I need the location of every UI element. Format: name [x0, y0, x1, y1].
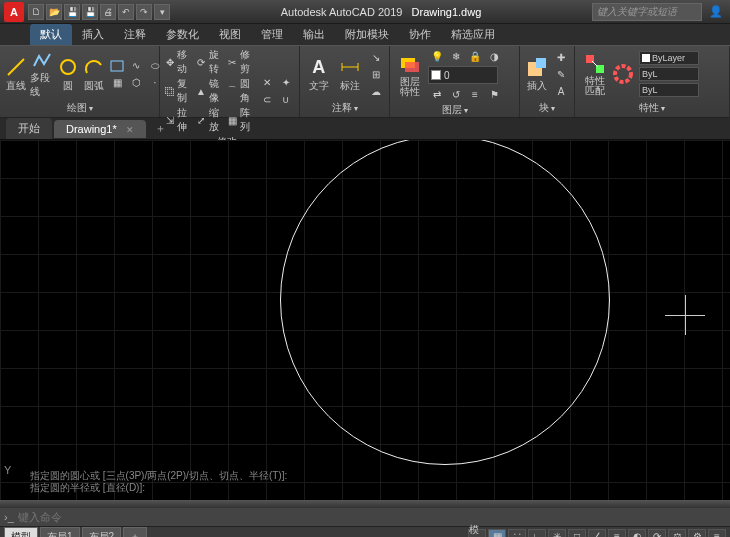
move-button[interactable]: ✥移动	[164, 48, 193, 76]
lweight-combo[interactable]: ByL	[639, 67, 699, 81]
colorwheel-icon[interactable]	[613, 64, 637, 84]
save-icon[interactable]: 💾	[64, 4, 80, 20]
ribbon-tab-view[interactable]: 视图	[209, 24, 251, 45]
dim-button[interactable]: 标注	[336, 49, 366, 99]
layer-iso-icon[interactable]: ◑	[485, 48, 503, 64]
layout-tab-add[interactable]: ＋	[123, 527, 147, 538]
saveas-icon[interactable]: 💾	[82, 4, 98, 20]
ribbon-tab-parametric[interactable]: 参数化	[156, 24, 209, 45]
text-button[interactable]: A 文字	[304, 49, 334, 99]
leader-icon[interactable]: ↘	[367, 49, 385, 65]
cycling-toggle-icon[interactable]: ⟳	[648, 529, 666, 538]
trim-button[interactable]: ✂修剪	[227, 48, 256, 76]
layer-freeze-icon[interactable]: ❄	[447, 48, 465, 64]
line-button[interactable]: 直线	[4, 49, 28, 99]
layer-prev-icon[interactable]: ↺	[447, 86, 465, 102]
command-line[interactable]: ›_	[0, 508, 730, 526]
app-logo[interactable]: A	[4, 2, 24, 22]
insert-block-button[interactable]: 插入	[524, 49, 550, 99]
hatch-icon[interactable]: ▦	[108, 75, 126, 91]
layer-state-icon[interactable]: ⚑	[485, 86, 503, 102]
polar-toggle-icon[interactable]: ✳	[548, 529, 566, 538]
snap-toggle-icon[interactable]: ⸬	[508, 529, 526, 538]
polyline-button[interactable]: 多段线	[30, 49, 54, 99]
workspace-toggle-icon[interactable]: ⚙	[688, 529, 706, 538]
command-input[interactable]	[18, 511, 726, 523]
open-icon[interactable]: 📂	[46, 4, 62, 20]
fillet-button[interactable]: ⌒圆角	[227, 77, 256, 105]
rotate-button[interactable]: ⟳旋转	[195, 48, 224, 76]
scale-button[interactable]: ⤢缩放	[195, 106, 224, 134]
arc-button[interactable]: 圆弧	[82, 49, 106, 99]
layer-lock-icon[interactable]: 🔒	[466, 48, 484, 64]
text-icon: A	[307, 55, 331, 79]
rect-icon[interactable]	[108, 58, 126, 74]
table-icon[interactable]: ⊞	[367, 66, 385, 82]
polygon-icon[interactable]: ⬡	[127, 75, 145, 91]
layout-tab-model[interactable]: 模型	[4, 527, 38, 538]
panel-draw-title[interactable]: 绘图	[4, 100, 155, 115]
layerprops-button[interactable]: 图层 特性	[394, 50, 426, 100]
qat-more-icon[interactable]: ▾	[154, 4, 170, 20]
lweight-combo-value: ByL	[642, 69, 658, 79]
layer-combo[interactable]: 0	[428, 66, 498, 84]
ribbon-tab-addins[interactable]: 附加模块	[335, 24, 399, 45]
spline-icon[interactable]: ∿	[127, 58, 145, 74]
block-attr-icon[interactable]: A	[552, 83, 570, 99]
doc-tab-start[interactable]: 开始	[6, 118, 52, 139]
horizontal-scrollbar[interactable]	[0, 500, 730, 508]
ltype-combo[interactable]: ByL	[639, 83, 699, 97]
grid-toggle-icon[interactable]: ▦	[488, 529, 506, 538]
hint-line-2: 指定圆的半径或 [直径(D)]:	[30, 482, 287, 494]
ribbon-tab-manage[interactable]: 管理	[251, 24, 293, 45]
redo-icon[interactable]: ↷	[136, 4, 152, 20]
ribbon-tab-default[interactable]: 默认	[30, 24, 72, 45]
layer-off-icon[interactable]: 💡	[428, 48, 446, 64]
drawn-circle[interactable]	[280, 140, 610, 465]
layer-walk-icon[interactable]: ≡	[466, 86, 484, 102]
drawing-canvas[interactable]: Y 指定圆的圆心或 [三点(3P)/两点(2P)/切点、切点、半径(T)]: 指…	[0, 140, 730, 500]
block-edit-icon[interactable]: ✎	[552, 66, 570, 82]
modelspace-toggle[interactable]: 模型	[468, 529, 486, 538]
ortho-toggle-icon[interactable]: ∟	[528, 529, 546, 538]
panel-annotate-title[interactable]: 注释	[304, 100, 385, 115]
ribbon-tab-annotate[interactable]: 注释	[114, 24, 156, 45]
svg-line-0	[8, 59, 24, 75]
explode-icon[interactable]: ✦	[277, 75, 295, 91]
new-icon[interactable]: 🗋	[28, 4, 44, 20]
plot-icon[interactable]: 🖨	[100, 4, 116, 20]
layout-tab-layout1[interactable]: 布局1	[40, 527, 80, 538]
close-icon[interactable]: ✕	[126, 125, 134, 135]
ribbon-tab-collab[interactable]: 协作	[399, 24, 441, 45]
matchprops-button[interactable]: 特性 匹配	[579, 49, 611, 99]
undo-icon[interactable]: ↶	[118, 4, 134, 20]
color-combo[interactable]: ByLayer	[639, 51, 699, 65]
customize-status-icon[interactable]: ≡	[708, 529, 726, 538]
panel-layer-title[interactable]: 图层	[394, 102, 515, 117]
osnap-toggle-icon[interactable]: □	[568, 529, 586, 538]
offset-icon[interactable]: ⊂	[258, 92, 276, 108]
ribbon-tab-featured[interactable]: 精选应用	[441, 24, 505, 45]
transparency-toggle-icon[interactable]: ◐	[628, 529, 646, 538]
otrack-toggle-icon[interactable]: ∠	[588, 529, 606, 538]
erase-icon[interactable]: ✕	[258, 75, 276, 91]
block-create-icon[interactable]: ✚	[552, 49, 570, 65]
layer-match-icon[interactable]: ⇄	[428, 86, 446, 102]
lweight-toggle-icon[interactable]: ≡	[608, 529, 626, 538]
document-tab-bar: 开始 Drawing1* ✕ ＋	[0, 118, 730, 140]
layout-tab-layout2[interactable]: 布局2	[82, 527, 122, 538]
copy-button[interactable]: ⿻复制	[164, 77, 193, 105]
panel-block-title[interactable]: 块	[524, 100, 570, 115]
cloud-icon[interactable]: ☁	[367, 83, 385, 99]
array-button[interactable]: ▦阵列	[227, 106, 256, 134]
annoscale-toggle-icon[interactable]: ⚖	[668, 529, 686, 538]
join-icon[interactable]: ∪	[277, 92, 295, 108]
help-search-input[interactable]: 键入关键字或短语	[592, 3, 702, 21]
panel-props-title[interactable]: 特性	[579, 100, 725, 115]
infocenter-icon[interactable]: 👤	[706, 4, 726, 20]
doc-tab-drawing1[interactable]: Drawing1* ✕	[54, 120, 146, 138]
ribbon-tab-insert[interactable]: 插入	[72, 24, 114, 45]
circle-button[interactable]: 圆	[56, 49, 80, 99]
ribbon-tab-output[interactable]: 输出	[293, 24, 335, 45]
mirror-button[interactable]: ▲镜像	[195, 77, 224, 105]
